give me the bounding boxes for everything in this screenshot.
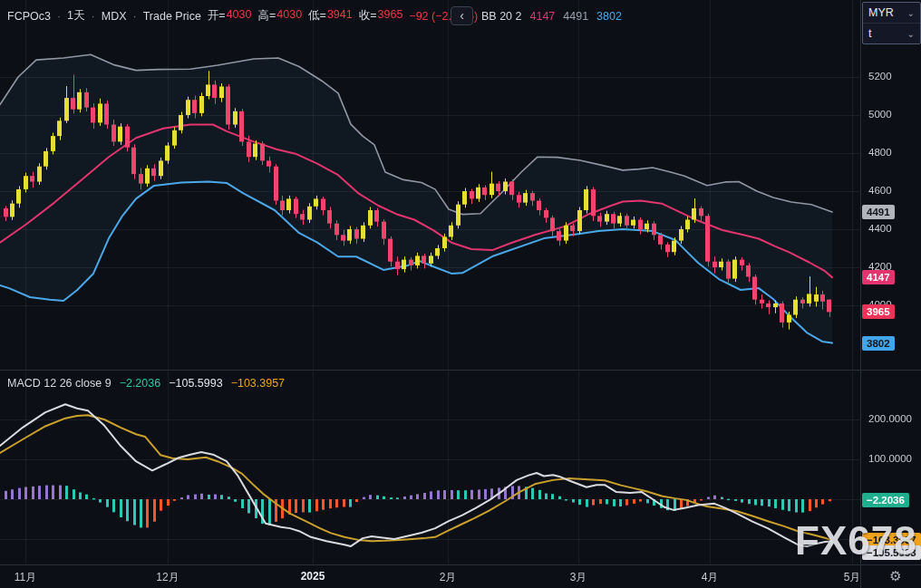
unit-dropdown[interactable]: t ⌄: [863, 23, 920, 43]
unit-value: t: [868, 27, 871, 40]
macd-indicator-legend: MACD 12 26 close 9 −2.2036 −105.5993 −10…: [7, 377, 285, 390]
macd-signal-value: −103.3957: [231, 377, 285, 390]
fx678-watermark: FX678: [795, 518, 917, 564]
chevron-left-icon: ‹: [460, 8, 464, 23]
price-tick-label: 5000: [868, 109, 892, 120]
symbol-name[interactable]: FCPOc3: [7, 10, 51, 23]
time-tick-label: 2月: [440, 570, 457, 585]
macd-hist-value: −2.2036: [120, 377, 161, 390]
time-tick-label: 5月: [844, 570, 861, 585]
macd-line-value: −105.5993: [169, 377, 222, 390]
chart-canvas[interactable]: [0, 0, 921, 588]
chevron-down-icon: ⌄: [907, 29, 915, 39]
time-tick-label: 12月: [156, 570, 179, 585]
currency-value: MYR: [868, 6, 894, 19]
bb-upper-value: 4491: [563, 10, 588, 23]
bb-title[interactable]: BB 20 2: [481, 10, 521, 23]
gear-icon[interactable]: ⚙: [881, 568, 910, 584]
price-tick-label: 4800: [868, 147, 892, 158]
price-tick-label: 4400: [868, 223, 892, 234]
macd-title[interactable]: MACD 12 26 close 9: [7, 377, 111, 390]
bb-basis-value: 4147: [529, 10, 555, 23]
price-badge: 3802: [862, 336, 895, 351]
chevron-down-icon: ⌄: [907, 8, 915, 18]
price-badge: 4491: [862, 205, 895, 219]
exchange-label: MDX: [102, 10, 127, 23]
currency-unit-selector: MYR ⌄ t ⌄: [862, 2, 921, 44]
separator-dot: ·: [92, 10, 95, 23]
low-value: 低=3941: [308, 8, 353, 24]
collapse-legend-button[interactable]: ‹: [451, 6, 473, 25]
bb-lower-value: 3802: [596, 10, 622, 23]
bb-indicator-legend: ‹ BB 20 2 4147 4491 3802: [451, 6, 622, 25]
macd-tick-label: 100.0000: [868, 453, 912, 464]
currency-dropdown[interactable]: MYR ⌄: [863, 3, 920, 23]
close-value: 收=3965: [359, 8, 403, 24]
time-axis[interactable]: 11月12月20252月3月4月5月: [0, 565, 921, 588]
price-axis[interactable]: 5200500048004600440042004000200.0000100.…: [861, 0, 921, 564]
interval-label[interactable]: 1天: [67, 8, 84, 24]
macd-tick-label: 200.0000: [868, 413, 912, 424]
price-tick-label: 4600: [868, 185, 892, 196]
time-tick-label: 4月: [702, 570, 719, 585]
price-badge: 4147: [862, 270, 895, 284]
separator-dot: ·: [57, 10, 61, 23]
time-tick-label: 11月: [15, 570, 36, 585]
open-value: 开=4030: [208, 8, 252, 24]
time-tick-label: 3月: [570, 570, 587, 585]
price-tick-label: 5200: [868, 71, 892, 82]
series-type-label: Trade Price: [143, 10, 201, 23]
main-series-legend: FCPOc3 · 1天 · MDX · Trade Price 开=4030 高…: [7, 8, 478, 24]
high-value: 高=4030: [257, 8, 302, 24]
time-tick-label: 2025: [301, 570, 325, 583]
separator-dot: ·: [133, 10, 137, 23]
macd-badge: −2.2036: [862, 493, 909, 507]
chart-window: FCPOc3 · 1天 · MDX · Trade Price 开=4030 高…: [0, 0, 921, 588]
price-badge: 3965: [862, 304, 895, 319]
